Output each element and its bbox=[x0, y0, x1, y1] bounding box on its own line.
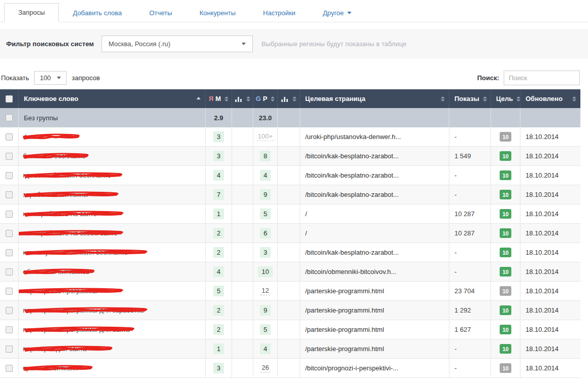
target-page-link[interactable]: /bitcoin/obmenniki-bitcoivov.h... bbox=[305, 268, 397, 275]
header-yandex-position[interactable]: Я М bbox=[205, 89, 232, 108]
header-impressions-label: Показы bbox=[454, 95, 479, 102]
redaction-scribble-icon bbox=[18, 287, 124, 295]
row-checkbox[interactable] bbox=[6, 365, 13, 372]
tab-label: Настройки bbox=[263, 9, 296, 17]
row-checkbox[interactable] bbox=[6, 268, 13, 275]
yandex-chart-cell[interactable] bbox=[232, 320, 253, 339]
impressions-cell: - bbox=[449, 339, 491, 358]
target-page-link[interactable]: /parterskie-programmi.html bbox=[305, 306, 384, 314]
yandex-position-cell: 2 bbox=[205, 320, 232, 339]
google-chart-cell[interactable] bbox=[277, 147, 300, 165]
goal-badge: 10 bbox=[500, 209, 511, 219]
google-position[interactable]: 100+ bbox=[257, 132, 274, 141]
google-position: 9 bbox=[260, 189, 271, 200]
target-page-link[interactable]: /bitcoin/kak-besplatno-zarabot... bbox=[305, 171, 399, 179]
yandex-chart-cell[interactable] bbox=[232, 262, 253, 281]
yandex-chart-cell[interactable] bbox=[232, 204, 253, 223]
target-page-link[interactable]: / bbox=[305, 210, 307, 218]
header-updated[interactable]: Обновлено bbox=[520, 89, 580, 108]
yandex-chart-cell[interactable] bbox=[232, 127, 253, 146]
yandex-chart-cell[interactable] bbox=[232, 301, 253, 320]
google-position-cell: 5 bbox=[253, 204, 277, 223]
google-chart-cell[interactable] bbox=[277, 185, 300, 204]
row-checkbox[interactable] bbox=[6, 249, 13, 256]
tab-competitors[interactable]: Конкуренты bbox=[186, 4, 249, 22]
tab-reports[interactable]: Отчеты bbox=[136, 4, 186, 22]
yandex-chart-cell[interactable] bbox=[232, 243, 253, 262]
row-checkbox[interactable] bbox=[6, 346, 13, 353]
search-input[interactable] bbox=[504, 71, 580, 85]
select-all-checkbox[interactable] bbox=[6, 95, 13, 102]
target-page-link[interactable]: /bitcoin/prognozi-i-perspektivi-... bbox=[305, 364, 399, 372]
yandex-chart-cell[interactable] bbox=[232, 359, 253, 377]
target-page-link[interactable]: /uroki-php/ustanovka-denwer.h... bbox=[305, 133, 401, 141]
header-yandex-chart[interactable] bbox=[232, 89, 253, 108]
page-size-select[interactable]: 100 bbox=[34, 71, 67, 85]
yandex-chart-cell[interactable] bbox=[232, 185, 253, 204]
google-chart-cell[interactable] bbox=[277, 243, 300, 262]
region-select[interactable]: Москва, Россия (.ru) bbox=[102, 36, 253, 52]
header-target-page[interactable]: Целевая страница bbox=[300, 89, 449, 108]
google-position[interactable]: 12 bbox=[260, 287, 270, 295]
target-page-link[interactable]: / bbox=[305, 229, 307, 237]
google-chart-cell[interactable] bbox=[277, 166, 300, 185]
row-checkbox[interactable] bbox=[6, 133, 13, 141]
header-impressions[interactable]: Показы bbox=[449, 89, 491, 108]
google-chart-cell[interactable] bbox=[277, 204, 300, 223]
target-page-link[interactable]: /bitcoin/kak-besplatno-zarabot... bbox=[305, 152, 399, 160]
tab-other[interactable]: Другое bbox=[309, 4, 365, 22]
goal-cell: 10 bbox=[491, 282, 520, 300]
google-chart-cell[interactable] bbox=[277, 339, 300, 358]
row-checkbox[interactable] bbox=[6, 211, 13, 218]
group-empty-cell bbox=[232, 108, 253, 127]
row-checkbox[interactable] bbox=[6, 307, 13, 314]
google-chart-cell[interactable] bbox=[277, 320, 300, 339]
target-page-cell: /parterskie-programmi.html bbox=[300, 320, 449, 339]
row-checkbox[interactable] bbox=[6, 191, 13, 198]
google-position-cell: 8 bbox=[253, 147, 277, 165]
yandex-chart-cell[interactable] bbox=[232, 282, 253, 300]
google-chart-cell[interactable] bbox=[277, 262, 300, 281]
yandex-position-cell: 2 bbox=[205, 301, 232, 320]
yandex-chart-cell[interactable] bbox=[232, 166, 253, 185]
tab-add-words[interactable]: Добавить слова bbox=[59, 4, 136, 22]
google-chart-cell[interactable] bbox=[277, 359, 300, 377]
yandex-region-letter: М bbox=[215, 95, 221, 102]
row-checkbox[interactable] bbox=[6, 288, 13, 295]
goal-cell: 10 bbox=[491, 320, 520, 339]
row-checkbox[interactable] bbox=[6, 153, 13, 160]
google-chart-cell[interactable] bbox=[277, 282, 300, 300]
target-page-link[interactable]: /parterskie-programmi.html bbox=[305, 326, 384, 333]
google-chart-cell[interactable] bbox=[277, 127, 300, 146]
header-google-chart[interactable] bbox=[277, 89, 300, 108]
yandex-chart-cell[interactable] bbox=[232, 339, 253, 358]
target-page-link[interactable]: /parterskie-programmi.html bbox=[305, 287, 384, 295]
row-checkbox[interactable] bbox=[6, 230, 13, 237]
target-page-cell: /uroki-php/ustanovka-denwer.h... bbox=[300, 127, 449, 146]
group-checkbox-cell bbox=[0, 108, 18, 127]
goal-cell: 10 bbox=[491, 127, 520, 146]
yandex-chart-cell[interactable] bbox=[232, 147, 253, 165]
tab-settings[interactable]: Настройки bbox=[249, 4, 309, 22]
google-chart-cell[interactable] bbox=[277, 224, 300, 243]
google-position: 4 bbox=[260, 170, 271, 181]
yandex-position-cell: 4 bbox=[205, 262, 232, 281]
group-name-cell[interactable]: Без группы bbox=[18, 108, 205, 127]
group-empty-cell bbox=[491, 108, 520, 127]
header-google-position[interactable]: G P bbox=[253, 89, 277, 108]
group-checkbox[interactable] bbox=[6, 114, 13, 121]
yandex-chart-cell[interactable] bbox=[232, 224, 253, 243]
header-keyword[interactable]: Ключевое слово bbox=[18, 89, 205, 108]
updated-cell: 18.10.2014 bbox=[520, 185, 580, 204]
header-goal[interactable]: Цель bbox=[491, 89, 520, 108]
target-page-link[interactable]: /parterskie-programmi.html bbox=[305, 345, 384, 353]
updated-date: 18.10.2014 bbox=[526, 326, 559, 333]
row-checkbox[interactable] bbox=[6, 172, 13, 179]
google-position[interactable]: 26 bbox=[260, 364, 270, 372]
tab-queries[interactable]: Запросы bbox=[4, 3, 59, 22]
keyword-cell: обменники биткоинов bbox=[18, 262, 205, 281]
target-page-link[interactable]: /bitcoin/kak-besplatno-zarabot... bbox=[305, 249, 399, 256]
target-page-link[interactable]: /bitcoin/kak-besplatno-zarabot... bbox=[305, 191, 399, 198]
google-chart-cell[interactable] bbox=[277, 301, 300, 320]
row-checkbox[interactable] bbox=[6, 326, 13, 333]
